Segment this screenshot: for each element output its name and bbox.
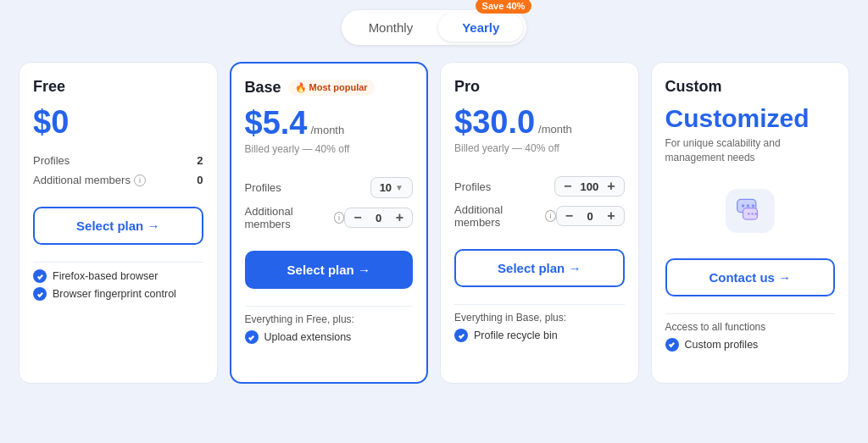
free-divider — [33, 262, 203, 263]
billing-toggle-wrapper: Monthly Yearly Save 40% — [342, 10, 527, 45]
free-price: $0 — [33, 104, 203, 141]
free-plan-title-row: Free — [33, 78, 203, 96]
check-icon-3 — [245, 330, 259, 344]
base-profile-rows: Profiles 10 ▼ Additional members i − 0 + — [245, 177, 414, 230]
billing-toggle: Monthly Yearly Save 40% — [342, 10, 527, 45]
svg-point-2 — [747, 204, 749, 207]
free-profiles-value: 2 — [197, 154, 203, 167]
svg-point-5 — [748, 213, 750, 215]
custom-features-header: Access to all functions — [665, 321, 836, 333]
free-plan-title: Free — [33, 78, 65, 96]
base-plan-title: Base — [245, 79, 281, 97]
pro-members-decrement[interactable]: − — [564, 209, 575, 223]
free-feature-2: Browser fingerprint control — [33, 287, 203, 301]
free-select-btn[interactable]: Select plan → — [33, 207, 203, 245]
base-members-increment[interactable]: + — [394, 211, 405, 224]
pro-profiles-row: Profiles − 100 + — [454, 176, 625, 197]
pro-profiles-decrement[interactable]: − — [562, 180, 573, 193]
pro-plan-card: Pro $30.0/month Billed yearly — 40% off … — [440, 62, 639, 384]
plans-grid: Free $0 Profiles 2 Additional members i … — [19, 62, 849, 384]
chat-bubbles-icon — [736, 197, 765, 225]
base-members-label: Additional members i — [245, 205, 345, 230]
pro-profiles-stepper: − 100 + — [554, 176, 624, 197]
custom-desc: For unique scalability and management ne… — [665, 136, 836, 165]
base-members-row: Additional members i − 0 + — [245, 205, 414, 230]
base-members-info-icon[interactable]: i — [334, 212, 345, 224]
free-members-value: 0 — [197, 174, 203, 186]
pro-feature-1: Profile recycle bin — [454, 329, 625, 342]
base-profiles-label: Profiles — [245, 181, 281, 194]
free-profiles-label: Profiles — [33, 154, 70, 167]
base-feature-1: Upload extensions — [245, 330, 414, 344]
pro-plan-title-row: Pro — [454, 78, 625, 96]
check-icon-2 — [33, 287, 47, 301]
pro-divider — [454, 304, 625, 305]
popular-badge: 🔥 Most popular — [288, 80, 375, 96]
pro-profile-rows: Profiles − 100 + Additional members i − … — [454, 176, 625, 229]
pro-profiles-label: Profiles — [454, 180, 491, 193]
check-icon-4 — [454, 329, 468, 342]
base-plan-card: Base 🔥 Most popular $5.4/month Billed ye… — [230, 62, 429, 384]
svg-point-3 — [751, 204, 754, 207]
base-price-block: $5.4/month Billed yearly — 40% off — [245, 105, 414, 163]
pro-profiles-value: 100 — [580, 180, 598, 193]
base-plan-title-row: Base 🔥 Most popular — [245, 79, 414, 97]
pro-members-increment[interactable]: + — [605, 209, 616, 223]
custom-price-block: Customized For unique scalability and ma… — [665, 104, 836, 179]
base-profiles-dropdown[interactable]: 10 ▼ — [370, 177, 413, 198]
pro-members-value: 0 — [581, 210, 598, 223]
pro-members-info-icon[interactable]: i — [545, 210, 556, 222]
pro-profiles-increment[interactable]: + — [605, 180, 616, 193]
pro-select-btn[interactable]: Select plan → — [454, 249, 625, 287]
save-badge: Save 40% — [476, 0, 532, 14]
custom-plan-title-row: Custom — [665, 78, 836, 96]
dropdown-arrow-icon: ▼ — [395, 183, 403, 192]
custom-chat-icon-wrapper — [665, 189, 836, 233]
pro-features-header: Everything in Base, plus: — [454, 312, 625, 324]
base-profiles-row: Profiles 10 ▼ — [245, 177, 414, 198]
free-members-row: Additional members i 0 — [33, 174, 203, 186]
free-members-label: Additional members i — [33, 174, 146, 186]
pro-plan-title: Pro — [454, 78, 480, 96]
free-profile-rows: Profiles 2 Additional members i 0 — [33, 154, 203, 186]
yearly-toggle-btn[interactable]: Yearly — [438, 14, 523, 42]
base-price-note: Billed yearly — 40% off — [245, 143, 414, 155]
svg-point-6 — [751, 213, 754, 215]
base-features-header: Everything in Free, plus: — [245, 313, 414, 325]
svg-point-7 — [754, 213, 757, 215]
base-divider — [245, 306, 414, 307]
base-members-stepper: − 0 + — [344, 208, 413, 228]
svg-point-1 — [742, 204, 744, 207]
monthly-toggle-btn[interactable]: Monthly — [345, 14, 437, 42]
base-select-btn[interactable]: Select plan → — [245, 251, 414, 289]
pro-members-row: Additional members i − 0 + — [454, 203, 625, 229]
pro-members-stepper: − 0 + — [556, 206, 625, 226]
custom-plan-title: Custom — [665, 78, 722, 96]
free-plan-card: Free $0 Profiles 2 Additional members i … — [19, 62, 218, 384]
custom-feature-1: Custom profiles — [665, 338, 836, 352]
custom-contact-btn[interactable]: Contact us → — [665, 258, 836, 296]
check-icon-5 — [665, 338, 679, 352]
check-icon-1 — [33, 269, 47, 283]
custom-price: Customized — [665, 104, 836, 133]
pro-price-block: $30.0/month Billed yearly — 40% off — [454, 104, 625, 163]
custom-plan-card: Custom Customized For unique scalability… — [651, 62, 850, 384]
chat-icon-bg — [726, 189, 775, 233]
pro-members-label: Additional members i — [454, 203, 556, 229]
pro-price-note: Billed yearly — 40% off — [454, 142, 625, 154]
free-profiles-row: Profiles 2 — [33, 154, 203, 167]
base-price: $5.4/month — [245, 105, 414, 141]
free-feature-1: Firefox-based browser — [33, 269, 203, 283]
pro-price: $30.0/month — [454, 104, 625, 141]
free-members-info-icon[interactable]: i — [134, 174, 146, 186]
custom-divider — [665, 313, 836, 314]
base-members-value: 0 — [370, 212, 387, 224]
free-price-block: $0 — [33, 104, 203, 141]
base-members-decrement[interactable]: − — [352, 211, 363, 224]
